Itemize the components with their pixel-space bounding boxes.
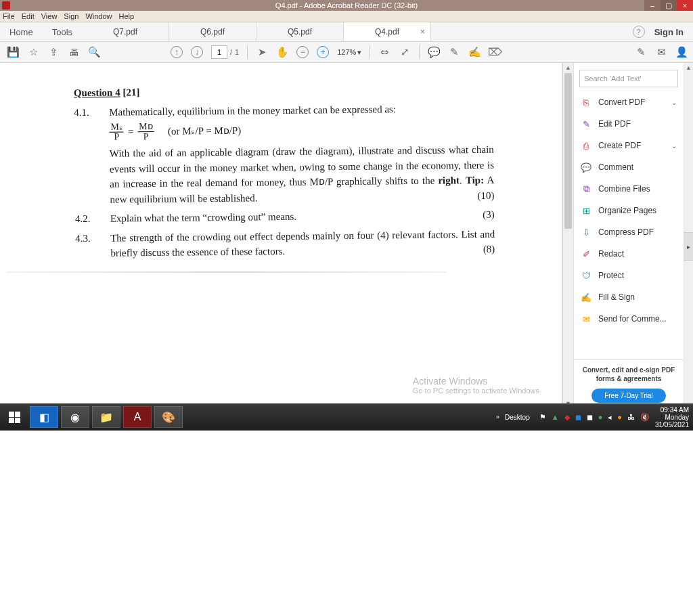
tray-icon[interactable]: ▲	[552, 413, 559, 421]
tool-redact[interactable]: ✐Redact	[574, 243, 684, 265]
tool-icon: ⧉	[581, 183, 591, 194]
taskbar-paint[interactable]: 🎨	[154, 406, 183, 428]
highlight-icon[interactable]: ✎	[448, 46, 460, 58]
tool-comment[interactable]: 💬Comment	[574, 156, 684, 178]
sign-in-button[interactable]: Sign In	[654, 27, 684, 37]
tool-icon: ⎙	[581, 140, 591, 151]
show-desktop-label[interactable]: Desktop	[505, 414, 530, 421]
print-icon[interactable]: 🖶	[68, 46, 80, 58]
separator	[419, 45, 420, 59]
window-close-button[interactable]: ×	[677, 0, 693, 11]
zoom-in-icon[interactable]: +	[317, 46, 329, 58]
tray-icon[interactable]: ●	[617, 413, 622, 421]
help-icon[interactable]: ?	[633, 26, 645, 38]
page-indicator: / 1	[211, 45, 239, 59]
tool-edit-pdf[interactable]: ✎Edit PDF	[574, 113, 684, 135]
item-number: 4.3.	[75, 230, 98, 261]
menu-window[interactable]: Window	[85, 12, 112, 20]
menu-file[interactable]: File	[3, 12, 15, 20]
tool-icon: ✎	[581, 118, 591, 129]
menubar: File Edit View Sign Window Help	[0, 11, 693, 22]
zoom-out-icon[interactable]: −	[296, 46, 309, 58]
tool-organize-pages[interactable]: ⊞Organize Pages	[574, 200, 684, 221]
tool-send-for-comme-[interactable]: ✉Send for Comme...	[574, 308, 684, 330]
fit-page-icon[interactable]: ⤢	[399, 46, 411, 58]
tray-icon[interactable]: ●	[598, 413, 603, 421]
comment-icon[interactable]: 💬	[428, 46, 440, 58]
tray-icon[interactable]: 🖧	[627, 413, 635, 421]
scroll-thumb[interactable]	[564, 73, 572, 229]
menu-help[interactable]: Help	[119, 12, 135, 20]
search-icon[interactable]: 🔍	[88, 46, 100, 58]
share-icon[interactable]: 👤	[675, 46, 688, 58]
zoom-level[interactable]: 127% ▾	[337, 48, 361, 57]
star-icon[interactable]: ☆	[27, 46, 39, 58]
window-minimize-button[interactable]: –	[644, 0, 661, 11]
tool-protect[interactable]: 🛡Protect	[574, 265, 684, 286]
taskbar-acrobat[interactable]: A	[123, 406, 152, 428]
tools-search-input[interactable]: Search 'Add Text'	[579, 70, 678, 87]
taskbar-clock[interactable]: 09:34 AM Monday 31/05/2021	[655, 406, 689, 428]
scroll-up-icon[interactable]: ▲	[563, 63, 573, 72]
tool-icon: ⊞	[581, 205, 591, 216]
menu-edit[interactable]: Edit	[22, 12, 35, 20]
free-trial-button[interactable]: Free 7-Day Trial	[591, 389, 666, 403]
menu-view[interactable]: View	[41, 12, 58, 20]
taskbar-explorer[interactable]: 📁	[92, 406, 120, 428]
doc-scrollbar[interactable]: ▲ ▼	[562, 63, 573, 408]
tool-fill-sign[interactable]: ✍Fill & Sign	[574, 286, 684, 308]
marks: (10)	[477, 188, 494, 203]
tray-volume-icon[interactable]: 🔇	[640, 413, 650, 422]
page-up-icon[interactable]: ↑	[171, 46, 183, 58]
mail-icon[interactable]: ✉	[655, 46, 667, 58]
tools-panel: Search 'Add Text' ⎘Convert PDF⌄✎Edit PDF…	[573, 63, 684, 408]
fit-width-icon[interactable]: ⇔	[378, 46, 390, 58]
tool-icon: ✉	[581, 313, 591, 324]
tool-compress-pdf[interactable]: ⇩Compress PDF	[574, 221, 684, 243]
page-down-icon[interactable]: ↓	[191, 46, 203, 58]
doc-tab-q7[interactable]: Q7.pdf	[82, 22, 169, 41]
stamp-icon[interactable]: ⌦	[489, 46, 501, 58]
tab-tools[interactable]: Tools	[43, 22, 82, 41]
window-maximize-button[interactable]: ▢	[661, 0, 677, 11]
pointer-icon[interactable]: ➤	[256, 46, 268, 58]
tray-icon[interactable]: ◼	[575, 413, 581, 422]
close-tab-icon[interactable]: ×	[420, 27, 425, 37]
doc-tab-q5[interactable]: Q5.pdf	[256, 22, 344, 41]
tool-label: Protect	[598, 271, 624, 280]
main-area: ◂ Question 4 [21] 4.1. Mathematically, e…	[0, 63, 693, 408]
window-title: Q4.pdf - Adobe Acrobat Reader DC (32-bit…	[0, 1, 693, 9]
windows-watermark: Activate Windows Go to PC settings to ac…	[413, 376, 541, 395]
tab-home[interactable]: Home	[0, 22, 43, 41]
document-view[interactable]: Question 4 [21] 4.1. Mathematically, equ…	[0, 63, 562, 408]
tray-icon[interactable]: ◼	[587, 413, 593, 422]
doc-tab-q4[interactable]: Q4.pdf ×	[344, 22, 431, 41]
start-button[interactable]	[4, 407, 24, 427]
taskbar-app-1[interactable]: ◧	[30, 406, 58, 428]
taskbar-chrome[interactable]: ◉	[61, 406, 89, 428]
cloud-icon[interactable]: ⇪	[47, 46, 60, 58]
tray-icon[interactable]: ◆	[564, 413, 570, 422]
tool-icon: ⎘	[581, 97, 591, 108]
save-icon[interactable]: 💾	[7, 46, 19, 58]
sign-icon[interactable]: ✍	[468, 46, 480, 58]
hand-icon[interactable]: ✋	[276, 46, 288, 58]
page-current-input[interactable]	[211, 45, 227, 59]
tool-icon: ✍	[581, 292, 591, 303]
tray-icon[interactable]: ◂	[608, 413, 612, 422]
tool-combine-files[interactable]: ⧉Combine Files	[574, 178, 684, 200]
menu-sign[interactable]: Sign	[64, 12, 79, 20]
tool-create-pdf[interactable]: ⎙Create PDF⌄	[574, 135, 684, 156]
tool-label: Convert PDF	[598, 97, 645, 107]
windows-taskbar: ◧ ◉ 📁 A 🎨 » Desktop ⚑ ▲ ◆ ◼ ◼ ● ◂ ● 🖧 🔇 …	[0, 403, 693, 431]
item-body: Explain what the term “crowding out” mea…	[110, 207, 495, 226]
tray-icon[interactable]: ⚑	[539, 413, 546, 422]
tool-icon: ⇩	[581, 227, 591, 238]
tools-pane-toggle[interactable]: ▸	[683, 232, 693, 261]
annotate-icon[interactable]: ✎	[635, 46, 647, 58]
tool-label: Edit PDF	[598, 119, 631, 129]
item-body: The strength of the crowding out effect …	[110, 226, 495, 261]
doc-tab-q6[interactable]: Q6.pdf	[169, 22, 256, 41]
scroll-up-icon[interactable]: ▲	[684, 63, 693, 72]
tool-convert-pdf[interactable]: ⎘Convert PDF⌄	[574, 91, 684, 113]
